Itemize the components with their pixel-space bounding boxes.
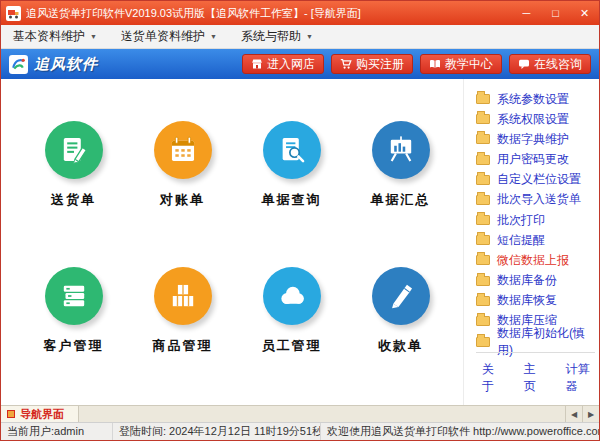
button-label: 进入网店	[267, 56, 315, 73]
enter-shop-button[interactable]: 进入网店	[242, 54, 324, 74]
sidebar-item-custom-fields[interactable]: 自定义栏位设置	[476, 170, 595, 190]
menu-system-help[interactable]: 系统与帮助 ▼	[229, 25, 325, 48]
book-icon	[429, 58, 441, 70]
tile-label: 收款单	[378, 337, 423, 355]
menu-label: 送货单资料维护	[121, 28, 205, 45]
sidebar-item-label: 系统权限设置	[497, 111, 569, 128]
tile-receipt[interactable]: 收款单	[346, 267, 455, 355]
tile-label: 员工管理	[262, 337, 322, 355]
tile-staff-mgmt[interactable]: 员工管理	[237, 267, 346, 355]
menu-label: 基本资料维护	[13, 28, 85, 45]
sidebar-item-label: 数据库备份	[497, 272, 557, 289]
tile-label: 单据汇总	[371, 191, 431, 209]
folder-icon	[476, 94, 490, 104]
window-title: 追风送货单打印软件V2019.03试用版【追风软件工作室】- [导航界面]	[26, 6, 512, 21]
tile-document-query[interactable]: 单据查询	[237, 121, 346, 209]
status-welcome-message: 欢迎使用追风送货单打印软件 http://www.poweroffice.com…	[321, 423, 599, 440]
folder-icon	[476, 155, 490, 165]
tile-product-mgmt[interactable]: 商品管理	[128, 267, 237, 355]
sidebar-item-label: 微信数据上报	[497, 252, 569, 269]
teaching-center-button[interactable]: 教学中心	[420, 54, 502, 74]
buy-register-button[interactable]: 购买注册	[331, 54, 413, 74]
status-login-time: 登陆时间: 2024年12月12日 11时19分51秒	[113, 423, 321, 440]
scroll-left-icon[interactable]: ◀	[565, 406, 582, 422]
tile-delivery-note[interactable]: 送货单	[19, 121, 128, 209]
toolbar: 追风软件 进入网店 购买注册 教学中心 在线咨询	[1, 49, 599, 79]
folder-icon	[476, 114, 490, 124]
tab-icon	[7, 410, 15, 418]
receipt-pencil-icon	[372, 267, 430, 325]
folder-icon	[476, 316, 490, 326]
sidebar-item-db-restore[interactable]: 数据库恢复	[476, 291, 595, 311]
navigation-tiles: 送货单 对账单 单据查询	[1, 79, 463, 405]
sidebar-item-label: 批次打印	[497, 212, 545, 229]
sidebar-item-batch-print[interactable]: 批次打印	[476, 210, 595, 230]
sidebar-item-label: 系统参数设置	[497, 91, 569, 108]
store-icon	[251, 58, 263, 70]
sidebar: 系统参数设置 系统权限设置 数据字典维护 用户密码更改 自定义栏位设置 批次导入…	[463, 79, 599, 405]
chat-icon	[518, 58, 530, 70]
tile-label: 商品管理	[153, 337, 213, 355]
close-button[interactable]: ✕	[570, 1, 599, 25]
app-window: 追风送货单打印软件V2019.03试用版【追风软件工作室】- [导航界面] ─ …	[0, 0, 600, 441]
product-boxes-icon	[154, 267, 212, 325]
chevron-down-icon: ▼	[210, 33, 217, 40]
document-search-icon	[263, 121, 321, 179]
sidebar-item-sms-reminder[interactable]: 短信提醒	[476, 230, 595, 250]
sidebar-item-label: 数据字典维护	[497, 131, 569, 148]
chevron-down-icon: ▼	[306, 33, 313, 40]
sidebar-item-system-params[interactable]: 系统参数设置	[476, 89, 595, 109]
minimize-button[interactable]: ─	[512, 1, 541, 25]
about-link[interactable]: 关于	[482, 361, 502, 395]
tab-scroll-arrows: ◀ ▶	[565, 406, 599, 422]
maximize-button[interactable]: □	[541, 1, 570, 25]
titlebar: 追风送货单打印软件V2019.03试用版【追风软件工作室】- [导航界面] ─ …	[1, 1, 599, 25]
brand-text: 追风软件	[34, 55, 98, 74]
staff-cloud-icon	[263, 267, 321, 325]
menu-label: 系统与帮助	[241, 28, 301, 45]
folder-icon	[476, 337, 490, 347]
menu-delivery-data-maintenance[interactable]: 送货单资料维护 ▼	[109, 25, 229, 48]
sidebar-item-label: 批次导入送货单	[497, 191, 581, 208]
button-label: 在线咨询	[534, 56, 582, 73]
chevron-down-icon: ▼	[90, 33, 97, 40]
main-area: 送货单 对账单 单据查询	[1, 79, 599, 405]
folder-icon	[476, 175, 490, 185]
sidebar-item-user-password[interactable]: 用户密码更改	[476, 150, 595, 170]
tab-navigation[interactable]: 导航界面	[1, 406, 79, 422]
delivery-note-icon	[45, 121, 103, 179]
homepage-link[interactable]: 主页	[524, 361, 544, 395]
sidebar-item-label: 用户密码更改	[497, 151, 569, 168]
sidebar-item-wechat-upload[interactable]: 微信数据上报	[476, 250, 595, 270]
sidebar-item-label: 自定义栏位设置	[497, 171, 581, 188]
sidebar-item-label: 数据库恢复	[497, 292, 557, 309]
sidebar-item-db-init[interactable]: 数据库初始化(慎用)	[476, 331, 595, 352]
cart-icon	[340, 58, 352, 70]
brand-logo-icon	[9, 55, 28, 74]
sidebar-item-system-permissions[interactable]: 系统权限设置	[476, 109, 595, 129]
status-current-user: 当前用户:admin	[1, 423, 113, 440]
scroll-right-icon[interactable]: ▶	[582, 406, 599, 422]
sidebar-item-batch-import[interactable]: 批次导入送货单	[476, 190, 595, 210]
tile-document-summary[interactable]: 单据汇总	[346, 121, 455, 209]
sidebar-item-db-backup[interactable]: 数据库备份	[476, 271, 595, 291]
summary-chart-icon	[372, 121, 430, 179]
sidebar-item-data-dictionary[interactable]: 数据字典维护	[476, 129, 595, 149]
online-support-button[interactable]: 在线咨询	[509, 54, 591, 74]
statusbar: 当前用户:admin 登陆时间: 2024年12月12日 11时19分51秒 欢…	[1, 422, 599, 440]
tile-statement[interactable]: 对账单	[128, 121, 237, 209]
tile-customer-mgmt[interactable]: 客户管理	[19, 267, 128, 355]
app-icon	[6, 6, 21, 21]
folder-icon	[476, 134, 490, 144]
sidebar-footer-links: 关于 主页 计算器	[476, 352, 595, 405]
folder-icon	[476, 215, 490, 225]
statement-calendar-icon	[154, 121, 212, 179]
calculator-link[interactable]: 计算器	[565, 361, 595, 395]
button-label: 教学中心	[445, 56, 493, 73]
sidebar-item-label: 短信提醒	[497, 232, 545, 249]
folder-icon	[476, 195, 490, 205]
tile-label: 单据查询	[262, 191, 322, 209]
menu-basic-data-maintenance[interactable]: 基本资料维护 ▼	[1, 25, 109, 48]
tile-label: 客户管理	[44, 337, 104, 355]
button-label: 购买注册	[356, 56, 404, 73]
